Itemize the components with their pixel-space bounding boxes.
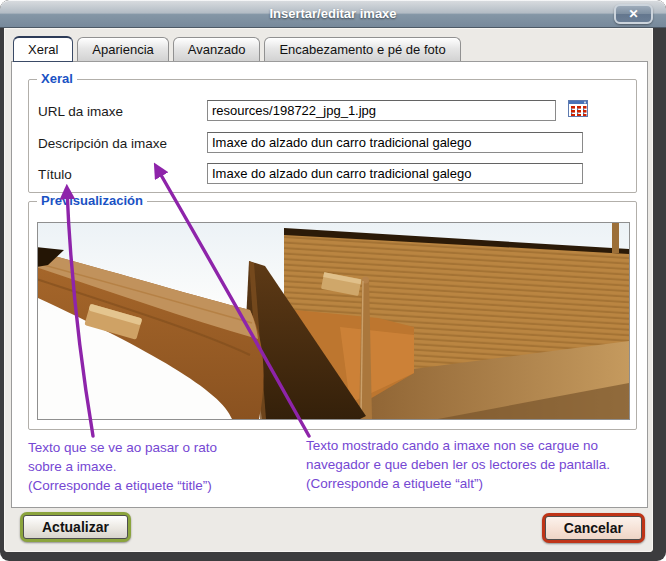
insert-edit-image-dialog: Insertar/editar imaxe ✕ Xeral Apariencia…: [0, 0, 666, 561]
url-input[interactable]: [207, 100, 556, 121]
preview-image: [37, 222, 630, 420]
close-button[interactable]: ✕: [614, 4, 653, 24]
title-note-line-1: Texto que se ve ao pasar o rato: [28, 438, 290, 457]
tab-avanzado[interactable]: Avanzado: [173, 37, 261, 61]
title-tooltip-note: Texto que se ve ao pasar o rato sobre a …: [28, 438, 290, 495]
description-field-label: Descripción da imaxe: [38, 136, 167, 151]
preview-fieldset: Previsualización: [28, 201, 637, 430]
general-legend: Xeral: [37, 71, 77, 86]
tab-bar: Xeral Apariencia Avanzado Encabezamento …: [13, 36, 461, 61]
titlebar[interactable]: Insertar/editar imaxe ✕: [0, 0, 666, 28]
alt-text-note: Texto mostrado cando a imaxe non se carg…: [306, 436, 642, 493]
tab-encabezamento[interactable]: Encabezamento e pé de foto: [264, 37, 460, 61]
title-input[interactable]: [207, 163, 583, 184]
tab-panel-xeral: Xeral URL da imaxe: [11, 61, 648, 508]
close-icon: ✕: [628, 7, 638, 21]
title-field-label: Título: [38, 167, 72, 182]
description-input[interactable]: [207, 132, 583, 153]
dialog-title: Insertar/editar imaxe: [0, 0, 666, 27]
dialog-content: Xeral Apariencia Avanzado Encabezamento …: [4, 28, 653, 552]
title-note-line-3: (Corresponde a etiquete “title”): [28, 476, 290, 495]
title-note-line-2: sobre a imaxe.: [28, 457, 290, 476]
alt-note-line-1: Texto mostrado cando a imaxe non se carg…: [306, 436, 642, 455]
tab-xeral[interactable]: Xeral: [13, 36, 73, 62]
alt-note-line-2: navegador e que deben ler os lectores de…: [306, 455, 642, 474]
alt-note-line-3: (Corresponde a etiquete “alt”): [306, 474, 642, 493]
preview-legend: Previsualización: [37, 193, 147, 208]
stake-far-right: [612, 223, 619, 253]
file-browser-icon[interactable]: [568, 100, 588, 117]
tab-apariencia[interactable]: Apariencia: [77, 37, 168, 61]
general-fieldset: Xeral URL da imaxe: [28, 79, 637, 193]
cancel-button[interactable]: Cancelar: [542, 513, 645, 543]
update-button-label: Actualizar: [23, 515, 128, 539]
update-button[interactable]: Actualizar: [20, 512, 131, 542]
url-field-label: URL da imaxe: [38, 104, 123, 119]
cancel-button-label: Cancelar: [545, 516, 642, 540]
